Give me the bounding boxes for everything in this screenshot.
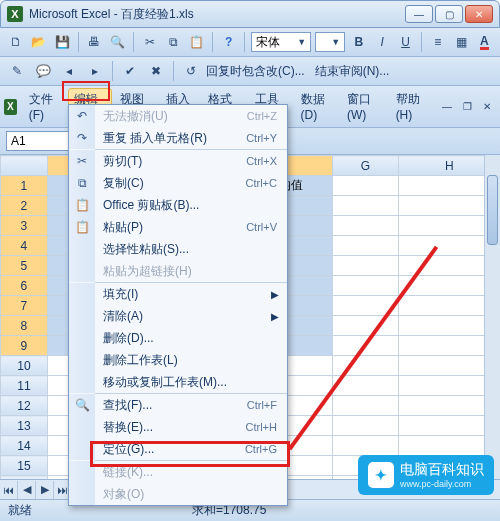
cell[interactable] xyxy=(332,276,399,296)
menu-data[interactable]: 数据(D) xyxy=(295,88,339,125)
toolbar-label-endreview[interactable]: 结束审阅(N)... xyxy=(315,63,390,80)
reject-icon[interactable]: ✖ xyxy=(145,60,167,82)
cell[interactable] xyxy=(332,176,399,196)
toolbar-reviewing: ✎ 💬 ◂ ▸ ✔ ✖ ↺ 回复时包含改(C)... 结束审阅(N)... xyxy=(0,57,500,86)
row-header[interactable]: 10 xyxy=(1,356,48,376)
copy-icon: ⧉ xyxy=(69,172,95,194)
show-changes-icon[interactable]: ✎ xyxy=(6,60,28,82)
doc-restore-button[interactable]: ❐ xyxy=(458,96,476,118)
row-header[interactable]: 13 xyxy=(1,416,48,436)
row-header[interactable]: 9 xyxy=(1,336,48,356)
minimize-button[interactable]: — xyxy=(405,5,433,23)
paste-icon[interactable]: 📋 xyxy=(187,31,206,53)
menu-item-fill[interactable]: 填充(I)▶ xyxy=(69,283,287,305)
row-header[interactable]: 5 xyxy=(1,256,48,276)
menu-item-office-clipboard[interactable]: 📋Office 剪贴板(B)... xyxy=(69,194,287,216)
menu-item-redo[interactable]: ↷重复 插入单元格(R)Ctrl+Y xyxy=(69,127,287,149)
cell[interactable] xyxy=(332,396,399,416)
row-header[interactable]: 7 xyxy=(1,296,48,316)
row-header[interactable]: 6 xyxy=(1,276,48,296)
tab-nav-first[interactable]: ⏮ xyxy=(0,481,18,499)
menu-item-delete[interactable]: 删除(D)... xyxy=(69,327,287,349)
menu-item-copy[interactable]: ⧉复制(C)Ctrl+C xyxy=(69,172,287,194)
select-all-corner[interactable] xyxy=(1,156,48,176)
help-icon[interactable]: ? xyxy=(219,31,238,53)
row-header[interactable]: 1 xyxy=(1,176,48,196)
preview-icon[interactable]: 🔍 xyxy=(108,31,127,53)
open-icon[interactable]: 📂 xyxy=(29,31,48,53)
font-name-value: 宋体 xyxy=(256,34,280,51)
tab-nav-next[interactable]: ▶ xyxy=(36,481,54,499)
window-title: Microsoft Excel - 百度经验1.xls xyxy=(29,6,405,23)
close-button[interactable]: ✕ xyxy=(465,5,493,23)
new-icon[interactable]: 🗋 xyxy=(6,31,25,53)
cell[interactable] xyxy=(332,316,399,336)
menu-item-delete-sheet[interactable]: 删除工作表(L) xyxy=(69,349,287,371)
align-left-icon[interactable]: ≡ xyxy=(428,31,447,53)
menu-item-cut[interactable]: ✂剪切(T)Ctrl+X xyxy=(69,150,287,172)
row-header[interactable]: 15 xyxy=(1,456,48,476)
menu-item-move-copy-sheet[interactable]: 移动或复制工作表(M)... xyxy=(69,371,287,393)
row-header[interactable]: 11 xyxy=(1,376,48,396)
reply-icon[interactable]: ↺ xyxy=(180,60,202,82)
chevron-down-icon: ▼ xyxy=(297,37,306,47)
menu-item-paste[interactable]: 📋粘贴(P)Ctrl+V xyxy=(69,216,287,238)
menu-item-find[interactable]: 🔍查找(F)...Ctrl+F xyxy=(69,394,287,416)
menu-item-replace[interactable]: 替换(E)...Ctrl+H xyxy=(69,416,287,438)
row-header[interactable]: 2 xyxy=(1,196,48,216)
toolbar-label-reply[interactable]: 回复时包含改(C)... xyxy=(206,63,305,80)
doc-close-button[interactable]: ✕ xyxy=(478,96,496,118)
cell[interactable] xyxy=(332,196,399,216)
bold-button[interactable]: B xyxy=(349,31,368,53)
row-header[interactable]: 8 xyxy=(1,316,48,336)
col-header-G[interactable]: G xyxy=(332,156,399,176)
menu-item-paste-hyperlink: 粘贴为超链接(H) xyxy=(69,260,287,282)
accept-icon[interactable]: ✔ xyxy=(119,60,141,82)
toolbar-standard: 🗋 📂 💾 🖶 🔍 ✂ ⧉ 📋 ? 宋体 ▼ ▼ B I U ≡ ▦ A xyxy=(0,28,500,57)
maximize-button[interactable]: ▢ xyxy=(435,5,463,23)
menu-item-object: 对象(O) xyxy=(69,483,287,505)
print-icon[interactable]: 🖶 xyxy=(85,31,104,53)
comment-icon[interactable]: 💬 xyxy=(32,60,54,82)
tab-nav-prev[interactable]: ◀ xyxy=(18,481,36,499)
underline-button[interactable]: U xyxy=(396,31,415,53)
font-color-button[interactable]: A xyxy=(475,31,494,53)
next-icon[interactable]: ▸ xyxy=(84,60,106,82)
undo-icon: ↶ xyxy=(69,105,95,127)
menu-file[interactable]: 文件(F) xyxy=(23,88,66,125)
cell[interactable] xyxy=(332,436,399,456)
row-header[interactable]: 14 xyxy=(1,436,48,456)
clipboard-icon: 📋 xyxy=(69,194,95,216)
name-box-value: A1 xyxy=(11,134,26,148)
font-name-combo[interactable]: 宋体 ▼ xyxy=(251,32,311,52)
excel-icon: X xyxy=(7,6,23,22)
doc-minimize-button[interactable]: — xyxy=(438,96,456,118)
save-icon[interactable]: 💾 xyxy=(53,31,72,53)
row-header[interactable]: 12 xyxy=(1,396,48,416)
fill-color-icon[interactable]: ▦ xyxy=(451,31,470,53)
row-header[interactable]: 4 xyxy=(1,236,48,256)
menu-help[interactable]: 帮助(H) xyxy=(390,88,434,125)
cut-icon: ✂ xyxy=(69,150,95,172)
badge-title: 电脑百科知识 xyxy=(400,461,484,477)
menu-window[interactable]: 窗口(W) xyxy=(341,88,388,125)
cell[interactable] xyxy=(332,236,399,256)
menu-item-paste-special[interactable]: 选择性粘贴(S)... xyxy=(69,238,287,260)
prev-icon[interactable]: ◂ xyxy=(58,60,80,82)
edit-menu-dropdown: ↶无法撤消(U)Ctrl+Z ↷重复 插入单元格(R)Ctrl+Y ✂剪切(T)… xyxy=(68,104,288,506)
row-header[interactable]: 3 xyxy=(1,216,48,236)
cell[interactable] xyxy=(332,256,399,276)
italic-button[interactable]: I xyxy=(373,31,392,53)
submenu-arrow-icon: ▶ xyxy=(271,289,287,300)
badge-sub: www.pc-daily.com xyxy=(400,479,484,489)
cut-icon[interactable]: ✂ xyxy=(140,31,159,53)
menu-item-undo: ↶无法撤消(U)Ctrl+Z xyxy=(69,105,287,127)
excel-doc-icon[interactable]: X xyxy=(4,99,17,115)
font-size-combo[interactable]: ▼ xyxy=(315,32,345,52)
menu-item-goto[interactable]: 定位(G)...Ctrl+G xyxy=(69,438,287,460)
status-ready: 就绪 xyxy=(8,502,32,519)
cell[interactable] xyxy=(332,416,399,436)
copy-icon[interactable]: ⧉ xyxy=(164,31,183,53)
cell[interactable] xyxy=(332,216,399,236)
menu-item-clear[interactable]: 清除(A)▶ xyxy=(69,305,287,327)
